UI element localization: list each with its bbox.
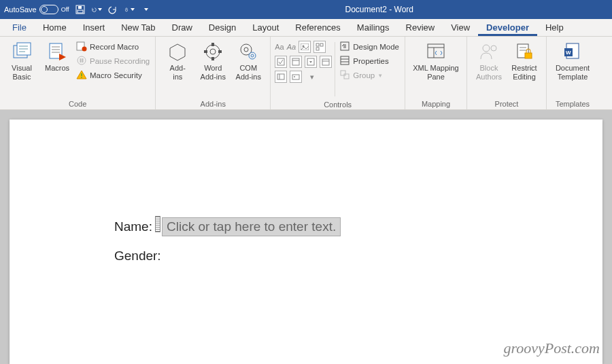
controls-gallery: Aa Aa ▾	[275, 39, 332, 83]
com-addins-icon	[237, 41, 259, 62]
datepicker-control-icon[interactable]	[320, 56, 332, 68]
svg-rect-50	[341, 56, 349, 65]
svg-rect-17	[82, 58, 84, 62]
restrict-editing-button[interactable]: Restrict Editing	[507, 39, 542, 81]
macros-button[interactable]: Macros	[39, 39, 75, 73]
autosave-toggle[interactable]: AutoSave Off	[4, 5, 69, 14]
visual-basic-button[interactable]: Visual Basic	[4, 39, 39, 81]
picture-control-icon[interactable]	[299, 41, 311, 53]
repeating-control-icon[interactable]	[275, 71, 287, 83]
record-macro-button[interactable]: Record Macro	[76, 41, 150, 53]
save-icon[interactable]	[75, 4, 86, 15]
content-control-handle[interactable]	[155, 216, 160, 232]
properties-button[interactable]: Properties	[339, 55, 399, 67]
properties-icon	[339, 55, 350, 67]
group-code-label: Code	[4, 98, 151, 108]
svg-rect-25	[211, 57, 214, 60]
com-addins-label: COM Add-ins	[236, 64, 261, 81]
addins-button[interactable]: Add- ins	[160, 39, 195, 81]
svg-rect-34	[316, 43, 319, 46]
group-addins: Add- ins Word Add-ins COM Add-ins Add-in…	[156, 37, 271, 109]
tab-mailings[interactable]: Mailings	[349, 20, 398, 36]
touch-mode-icon[interactable]	[124, 4, 135, 15]
tab-view[interactable]: View	[443, 20, 478, 36]
plaintext-control-icon[interactable]: Aa	[287, 41, 296, 53]
tab-insert[interactable]: Insert	[75, 20, 114, 36]
record-macro-icon	[76, 41, 87, 53]
block-authors-button: Block Authors	[471, 39, 507, 81]
svg-point-30	[249, 52, 256, 59]
title-bar: AutoSave Off Document2 - Word	[0, 0, 612, 19]
svg-point-58	[483, 45, 490, 52]
tab-home[interactable]: Home	[35, 20, 75, 36]
tab-draw[interactable]: Draw	[164, 20, 201, 36]
legacy-dropdown-icon[interactable]: ▾	[310, 71, 314, 83]
dropdown-control-icon[interactable]	[305, 56, 317, 68]
svg-rect-55	[428, 44, 444, 58]
restrict-editing-label: Restrict Editing	[511, 64, 537, 81]
page[interactable]: Name: Click or tap here to enter text. G…	[10, 120, 602, 364]
svg-rect-54	[344, 74, 349, 79]
group-button-label: Group	[353, 71, 375, 79]
qat-customize-icon[interactable]	[140, 4, 151, 15]
ribbon-tabs: File Home Insert New Tab Draw Design Lay…	[0, 19, 612, 37]
group-code: Visual Basic Macros Record Macro Pause R…	[0, 37, 156, 109]
macros-label: Macros	[45, 64, 69, 73]
tab-newtab[interactable]: New Tab	[113, 20, 163, 36]
combobox-control-icon[interactable]	[290, 56, 302, 68]
svg-point-15	[78, 56, 86, 65]
line-name: Name: Click or tap here to enter text.	[114, 215, 602, 236]
properties-label: Properties	[353, 57, 388, 65]
design-mode-button[interactable]: Design Mode	[339, 41, 399, 53]
checkbox-control-icon[interactable]	[275, 56, 287, 68]
word-addins-label: Word Add-ins	[201, 64, 226, 81]
word-addins-button[interactable]: Word Add-ins	[195, 39, 231, 81]
group-templates: W Document Template Templates	[547, 37, 598, 109]
tab-references[interactable]: References	[287, 20, 348, 36]
document-template-icon: W	[562, 41, 583, 62]
svg-rect-63	[525, 53, 532, 58]
tab-review[interactable]: Review	[398, 20, 443, 36]
pause-recording-label: Pause Recording	[90, 57, 150, 65]
undo-icon[interactable]	[91, 4, 102, 15]
svg-point-22	[206, 45, 220, 58]
text-content-control[interactable]: Click or tap here to enter text.	[162, 217, 341, 236]
buildingblock-control-icon[interactable]	[313, 41, 326, 53]
svg-rect-16	[80, 58, 82, 62]
addins-label: Add- ins	[170, 64, 186, 81]
svg-point-59	[491, 46, 496, 51]
svg-point-31	[251, 54, 254, 57]
svg-rect-38	[292, 58, 299, 65]
svg-rect-26	[204, 50, 207, 53]
tab-layout[interactable]: Layout	[244, 20, 287, 36]
xml-mapping-button[interactable]: XML Mapping Pane	[409, 39, 462, 81]
design-mode-icon	[339, 41, 350, 53]
group-icon	[339, 69, 350, 81]
tab-design[interactable]: Design	[201, 20, 244, 36]
line-gender: Gender:	[114, 249, 602, 263]
document-template-button[interactable]: W Document Template	[551, 39, 594, 81]
tab-developer[interactable]: Developer	[478, 20, 537, 36]
group-mapping: XML Mapping Pane Mapping	[405, 37, 467, 109]
svg-rect-27	[218, 50, 222, 53]
richtext-control-icon[interactable]: Aa	[275, 41, 284, 53]
legacy-tools-icon[interactable]	[290, 71, 302, 83]
tab-help[interactable]: Help	[537, 20, 572, 36]
svg-text:W: W	[566, 50, 571, 56]
svg-rect-46	[292, 75, 299, 79]
design-mode-label: Design Mode	[353, 43, 399, 51]
group-controls-button: Group ▼	[339, 69, 399, 81]
tab-file[interactable]: File	[4, 20, 35, 36]
document-template-label: Document Template	[556, 64, 590, 81]
group-mapping-label: Mapping	[409, 98, 462, 108]
group-controls: Aa Aa ▾	[271, 37, 405, 109]
redo-icon[interactable]	[107, 4, 118, 15]
svg-rect-19	[81, 73, 82, 76]
window-title: Document2 - Word	[151, 5, 608, 14]
autosave-state: Off	[61, 6, 69, 13]
macro-security-button[interactable]: Macro Security	[76, 69, 150, 81]
com-addins-button[interactable]: COM Add-ins	[231, 39, 266, 81]
toggle-off-icon	[39, 5, 58, 14]
svg-point-23	[210, 49, 216, 54]
svg-marker-41	[309, 61, 312, 63]
